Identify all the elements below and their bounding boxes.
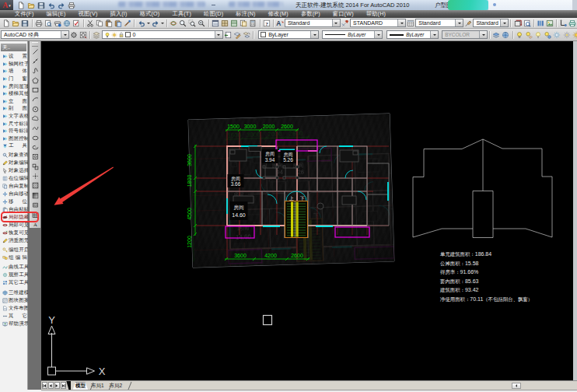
mleader-style-combo[interactable]: Standard bbox=[473, 19, 509, 27]
plot-button[interactable] bbox=[34, 19, 44, 28]
palette-item[interactable]: 立 面 bbox=[0, 98, 27, 106]
dim-style-icon[interactable] bbox=[341, 19, 350, 28]
rectangle-button[interactable] bbox=[30, 85, 40, 94]
menu-item[interactable]: 帮助(H) bbox=[366, 10, 386, 18]
qat-new-button[interactable] bbox=[16, 1, 26, 9]
gradient-button[interactable] bbox=[30, 191, 40, 200]
mleader-style-icon[interactable] bbox=[463, 19, 473, 28]
paste-special-button[interactable] bbox=[114, 19, 123, 28]
revcloud-button[interactable] bbox=[30, 114, 40, 123]
dim-style-combo[interactable]: STANDARD bbox=[350, 19, 406, 27]
palette-item[interactable]: 其 它 bbox=[0, 312, 27, 320]
orbit-button[interactable] bbox=[169, 19, 178, 28]
layer-thaw-all-button[interactable] bbox=[561, 30, 571, 40]
layer-on-button[interactable] bbox=[515, 30, 524, 40]
layer-isolate-button[interactable] bbox=[543, 30, 552, 40]
vertical-scrollbar[interactable] bbox=[573, 41, 577, 380]
palette-item[interactable]: 墙 体 bbox=[0, 68, 27, 75]
color-combo[interactable]: ByLayer bbox=[258, 30, 319, 39]
cut-button[interactable] bbox=[86, 19, 95, 28]
zoom-window-button[interactable] bbox=[187, 19, 197, 28]
palette-item[interactable]: 在位编辑 bbox=[0, 174, 27, 182]
make-block-button[interactable] bbox=[30, 162, 40, 171]
chevron-down-icon[interactable] bbox=[61, 31, 68, 38]
zoom-previous-button[interactable] bbox=[197, 19, 206, 28]
sheet-set-button[interactable] bbox=[239, 19, 248, 28]
menu-item[interactable]: 工具(T) bbox=[172, 10, 191, 18]
palette-item[interactable]: 组 编 辑 bbox=[0, 254, 27, 261]
palette-item[interactable]: 剖 面 bbox=[0, 105, 27, 113]
table-style-combo[interactable]: Standard bbox=[415, 19, 463, 27]
menu-item[interactable]: 编辑(E) bbox=[47, 10, 66, 18]
palette-item[interactable]: 尺寸标注 bbox=[0, 120, 27, 128]
workspace-combo[interactable]: AutoCAD 经典 bbox=[1, 30, 69, 39]
save-button[interactable] bbox=[20, 19, 30, 28]
polygon-button[interactable] bbox=[30, 75, 40, 85]
plot-teal-button[interactable] bbox=[568, 19, 577, 28]
text-style-combo[interactable]: Standard bbox=[285, 19, 341, 27]
palette-item[interactable]: 自由复制 bbox=[0, 182, 27, 190]
palette-item[interactable]: 房间屋顶 bbox=[0, 82, 27, 90]
last-tab-button[interactable] bbox=[61, 382, 67, 389]
tool-palettes-button[interactable] bbox=[229, 19, 239, 28]
copy-button[interactable] bbox=[95, 19, 104, 28]
palette-item[interactable]: 移 位 bbox=[0, 198, 27, 205]
chevron-down-icon[interactable] bbox=[397, 19, 405, 26]
palette-item[interactable]: 曲线工具 bbox=[0, 263, 27, 271]
menu-item[interactable]: 视图(V) bbox=[79, 10, 98, 18]
image-button[interactable] bbox=[545, 19, 554, 28]
layout-tab[interactable]: 布局1 bbox=[88, 382, 107, 390]
menu-item[interactable]: 标注(N) bbox=[236, 10, 255, 18]
layout-tab[interactable]: 模型 bbox=[72, 382, 88, 390]
lineweight-combo[interactable]: ByLayer bbox=[386, 30, 439, 39]
palette-title[interactable]: 天.. bbox=[1, 44, 26, 51]
layer-previous-button[interactable] bbox=[223, 30, 233, 40]
palette-item[interactable]: 楼梯其他 bbox=[0, 90, 27, 98]
redo-button[interactable] bbox=[151, 19, 160, 28]
palette-item[interactable]: 对象编辑 bbox=[0, 159, 27, 166]
chevron-down-icon[interactable] bbox=[215, 31, 222, 38]
palette-item[interactable]: 文字表格 bbox=[0, 113, 27, 121]
palette-item[interactable]: 工 具 bbox=[0, 142, 27, 150]
chevron-down-icon[interactable] bbox=[455, 19, 463, 26]
palette-item[interactable]: 图块图案 bbox=[0, 296, 27, 304]
view-document-button[interactable] bbox=[523, 19, 532, 28]
palette-item[interactable]: 恢复可见 bbox=[0, 229, 27, 236]
polyline-button[interactable] bbox=[30, 66, 40, 75]
layer-match-button[interactable] bbox=[242, 30, 251, 40]
chevron-down-icon[interactable] bbox=[310, 31, 318, 38]
layer-unfreeze-button[interactable] bbox=[572, 30, 577, 40]
layer-dim-button[interactable] bbox=[533, 30, 543, 40]
undo-button[interactable] bbox=[136, 19, 145, 28]
chevron-down-icon[interactable] bbox=[332, 19, 340, 26]
drawing-canvas[interactable]: 1500 3000 2000 2600 3600 1800 4500 1200 … bbox=[41, 41, 573, 380]
palette-item[interactable]: 符号标注 bbox=[0, 128, 27, 135]
table-style-icon[interactable] bbox=[406, 19, 415, 28]
workspace-save-button[interactable] bbox=[79, 30, 88, 40]
arc-button[interactable] bbox=[30, 95, 40, 104]
palette-item[interactable]: 对象选择 bbox=[0, 166, 27, 174]
insert-block-button[interactable] bbox=[30, 152, 40, 162]
chevron-down-icon[interactable] bbox=[430, 31, 438, 38]
chevron-down-icon[interactable] bbox=[479, 31, 487, 38]
qat-plot-button[interactable] bbox=[67, 1, 76, 9]
ellipse-arc-button[interactable] bbox=[30, 142, 40, 152]
palette-item[interactable]: 对象查询 bbox=[0, 151, 27, 159]
spline-button[interactable] bbox=[30, 124, 40, 133]
properties-button[interactable] bbox=[211, 19, 220, 28]
ellipse-button[interactable] bbox=[30, 133, 40, 142]
next-tab-button[interactable] bbox=[54, 382, 61, 389]
coordinates-button[interactable] bbox=[558, 19, 568, 28]
regen-button[interactable] bbox=[512, 19, 522, 28]
previous-tab-button[interactable] bbox=[48, 382, 54, 389]
qat-undo-button[interactable] bbox=[47, 1, 56, 9]
autocad-menu-button[interactable]: A▾ bbox=[0, 0, 13, 10]
layer-globe-button[interactable] bbox=[501, 30, 510, 40]
open-button[interactable] bbox=[11, 19, 20, 28]
palette-item[interactable]: 编组开启 bbox=[0, 246, 27, 254]
quick-calc-button[interactable] bbox=[248, 19, 257, 28]
palette-item[interactable]: 自由移动 bbox=[0, 190, 27, 198]
chevron-down-icon[interactable] bbox=[374, 31, 382, 38]
menu-item[interactable]: 参数(P) bbox=[301, 10, 320, 18]
text-style-icon[interactable] bbox=[275, 19, 285, 28]
